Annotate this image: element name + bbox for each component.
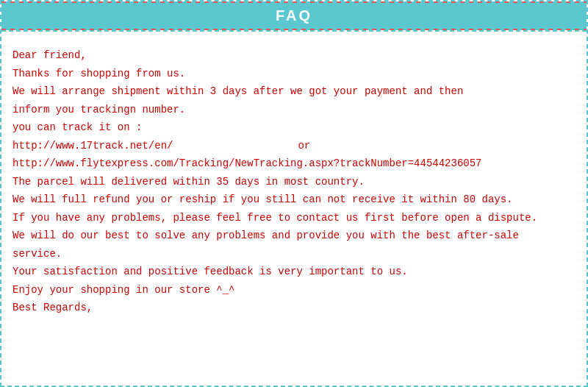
line-12: Your satisfaction and positive feedback … xyxy=(12,263,576,281)
line-5: you can track it on : xyxy=(12,118,576,137)
line-url1: http://www.17track.net/en/ or xyxy=(12,137,576,155)
page-container: FAQ Dear friend, Thanks for shopping fro… xyxy=(0,0,588,387)
line-8: We will full refund you or reship if you… xyxy=(12,191,576,209)
url1-or: or xyxy=(298,140,310,152)
line-4: inform you trackingn number. xyxy=(12,101,576,119)
faq-header: FAQ xyxy=(1,1,587,30)
url1-text: http://www.17track.net/en/ xyxy=(12,137,292,155)
line-2: Thanks for shopping from us. xyxy=(12,65,576,83)
line-14: Best Regards, xyxy=(12,299,576,317)
faq-title: FAQ xyxy=(276,7,312,24)
line-3: We will arrange shipment within 3 days a… xyxy=(12,82,576,101)
faq-content: Dear friend, Thanks for shopping from us… xyxy=(1,32,587,328)
line-7: The parcel will delivered within 35 days… xyxy=(12,173,576,191)
line-1: Dear friend, xyxy=(12,46,576,65)
line-url2: http://www.flytexpress.com/Tracking/NewT… xyxy=(12,155,576,173)
line-13: Enjoy your shopping in our store ^_^ xyxy=(12,281,576,299)
line-9: If you have any problems, please feel fr… xyxy=(12,209,576,227)
line-11: service. xyxy=(12,245,576,263)
line-10: We will do our best to solve any problem… xyxy=(12,227,576,245)
